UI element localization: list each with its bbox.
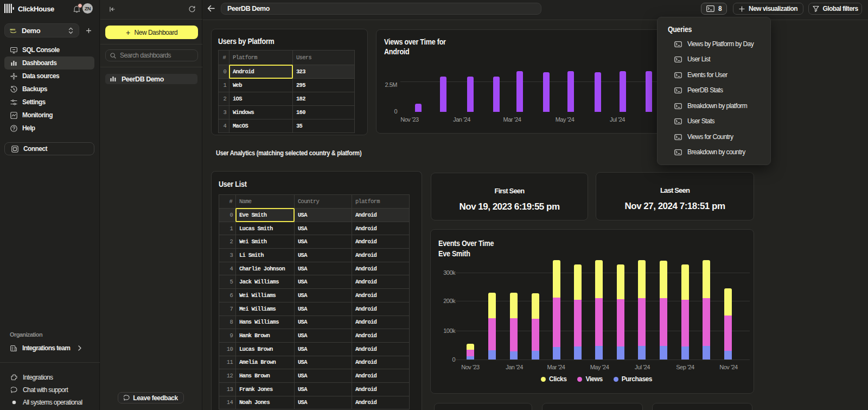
svg-text:aws: aws	[10, 28, 16, 31]
